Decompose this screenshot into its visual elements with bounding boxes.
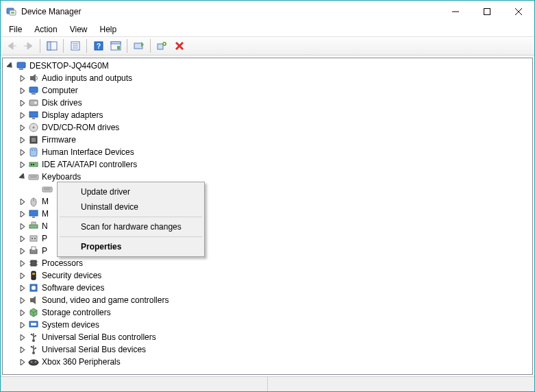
device-category[interactable]: Universal Serial Bus devices (5, 343, 532, 356)
tree-root-label: DESKTOP-JQ44G0M (29, 61, 109, 71)
tree-expander[interactable] (17, 319, 28, 330)
forward-button[interactable] (21, 38, 36, 53)
tree-expander[interactable] (17, 270, 28, 281)
menu-action[interactable]: Action (29, 23, 62, 36)
context-menu-item[interactable]: Properties (59, 239, 203, 254)
enable-device-button[interactable] (131, 38, 147, 53)
toolbar-separator (40, 39, 40, 53)
device-category-label: DVD/CD-ROM drives (42, 123, 119, 132)
device-category-label: Security devices (42, 271, 101, 280)
update-driver-button[interactable] (108, 38, 123, 53)
show-hide-console-tree-button[interactable] (44, 38, 60, 53)
device-manager-window: Device Manager File Action View Help ? D… (0, 0, 535, 392)
device-category[interactable]: IDE ATA/ATAPI controllers (5, 158, 532, 171)
tree-expander[interactable] (17, 221, 28, 232)
device-category-label: Disk drives (42, 98, 82, 108)
menu-file[interactable]: File (3, 23, 27, 36)
svg-rect-54 (30, 236, 37, 241)
cpu-icon (28, 258, 39, 269)
device-category[interactable]: Computer (5, 84, 532, 97)
hid-icon (28, 147, 39, 158)
back-button[interactable] (3, 38, 19, 53)
toolbar-separator (150, 39, 151, 53)
tree-expander[interactable] (5, 60, 16, 71)
tree-expander[interactable] (17, 122, 28, 133)
tree-expander[interactable] (17, 196, 28, 207)
uninstall-device-button[interactable] (154, 38, 170, 53)
close-button[interactable] (503, 1, 534, 22)
tree-expander[interactable] (17, 295, 28, 306)
svg-point-81 (35, 361, 37, 363)
tree-expander[interactable] (17, 332, 28, 343)
device-category-label: Computer (42, 86, 78, 95)
tree-expander[interactable] (17, 97, 28, 108)
svg-point-37 (32, 149, 33, 151)
device-category[interactable]: Display adapters (5, 109, 532, 121)
properties-button[interactable] (67, 38, 83, 53)
device-category[interactable]: Processors (5, 257, 532, 269)
svg-rect-64 (32, 271, 36, 280)
window-controls (440, 1, 534, 22)
menu-view[interactable]: View (64, 23, 93, 36)
tree-expander[interactable] (17, 73, 28, 84)
device-category[interactable]: Storage controllers (5, 306, 532, 319)
device-category-label: Universal Serial Bus devices (42, 345, 146, 354)
svg-point-73 (31, 334, 33, 336)
context-menu-item[interactable]: Uninstall device (59, 199, 203, 215)
context-menu-item[interactable]: Update driver (59, 184, 203, 199)
system-icon (28, 319, 39, 330)
maximize-button[interactable] (471, 1, 503, 22)
tree-expander[interactable] (17, 147, 28, 158)
firmware-icon (28, 134, 39, 145)
tree-expander[interactable] (17, 245, 28, 256)
svg-rect-16 (111, 42, 121, 44)
device-category[interactable]: Firmware (5, 134, 532, 146)
tree-expander[interactable] (17, 233, 28, 244)
device-category[interactable]: DVD/CD-ROM drives (5, 121, 532, 134)
port-icon (28, 233, 39, 244)
svg-rect-26 (29, 87, 38, 93)
ide-icon (28, 159, 39, 170)
device-category[interactable]: Software devices (5, 282, 532, 294)
tree-expander[interactable] (17, 208, 28, 219)
tree-expander[interactable] (17, 171, 28, 182)
svg-point-38 (34, 149, 36, 151)
tree-expander[interactable] (17, 134, 28, 145)
tree-expander[interactable] (17, 159, 28, 170)
device-category[interactable]: Disk drives (5, 97, 532, 109)
tree-root[interactable]: DESKTOP-JQ44G0M (5, 60, 532, 72)
device-category[interactable]: System devices (5, 319, 532, 331)
device-category[interactable]: Xbox 360 Peripherals (5, 356, 532, 368)
svg-rect-70 (31, 323, 36, 326)
device-category-label: Audio inputs and outputs (42, 73, 132, 83)
tree-expander[interactable] (17, 356, 28, 367)
device-category-label: Sound, video and game controllers (42, 295, 169, 305)
tree-expander[interactable] (17, 344, 28, 355)
svg-rect-19 (158, 44, 163, 49)
scan-hardware-button[interactable] (171, 38, 187, 53)
toolbar-separator (63, 39, 64, 53)
tree-expander[interactable] (17, 110, 28, 121)
menu-help[interactable]: Help (95, 23, 123, 36)
tree-expander[interactable] (17, 307, 28, 318)
device-category[interactable]: Sound, video and game controllers (5, 294, 532, 306)
device-category[interactable]: Audio inputs and outputs (5, 72, 532, 84)
device-category[interactable]: Human Interface Devices (5, 146, 532, 158)
device-category-label: Display adapters (42, 110, 103, 120)
computer-icon (16, 60, 27, 71)
help-button[interactable]: ? (90, 38, 106, 53)
context-menu-separator (60, 217, 202, 217)
context-menu-item[interactable]: Scan for hardware changes (59, 219, 203, 234)
tree-expander[interactable] (17, 85, 28, 96)
mouse-icon (28, 196, 39, 207)
toolbar: ? (1, 36, 534, 56)
titlebar[interactable]: Device Manager (1, 1, 534, 23)
storage-icon (28, 307, 39, 318)
device-category-label: M (42, 197, 49, 206)
device-category[interactable]: Universal Serial Bus controllers (5, 331, 532, 343)
device-category[interactable]: Security devices (5, 269, 532, 282)
device-category-label: Storage controllers (42, 308, 111, 317)
tree-expander[interactable] (17, 282, 28, 293)
tree-expander[interactable] (17, 258, 28, 269)
minimize-button[interactable] (440, 1, 471, 22)
